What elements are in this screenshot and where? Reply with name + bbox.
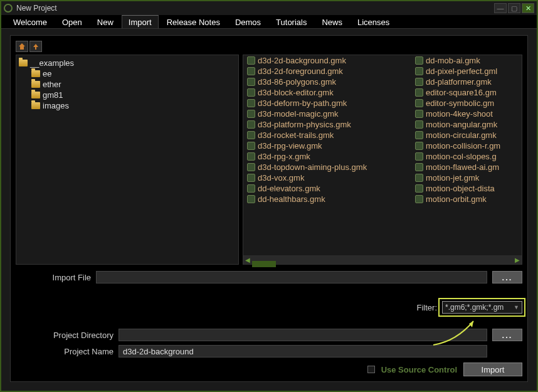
minimize-button[interactable]: — <box>494 3 507 13</box>
file-item[interactable]: d3d-vox.gmk <box>243 172 411 183</box>
scroll-left-icon[interactable]: ◀ <box>243 255 252 264</box>
file-item[interactable]: motion-flawed-ai.gm <box>411 162 504 172</box>
file-name: motion-flawed-ai.gm <box>426 162 499 172</box>
file-item[interactable]: editor-square16.gm <box>411 87 504 98</box>
tab-release-notes[interactable]: Release Notes <box>160 15 227 28</box>
file-item[interactable]: motion-circular.gmk <box>411 130 504 140</box>
file-list-hscroll[interactable]: ◀ ▶ <box>243 255 522 264</box>
file-item[interactable]: motion-orbit.gmk <box>411 194 504 204</box>
gmk-file-icon <box>247 184 255 193</box>
file-item[interactable]: d3d-topdown-aiming-plus.gmk <box>243 162 411 172</box>
tree-label: gm81 <box>43 90 63 100</box>
gmk-file-icon <box>415 131 423 139</box>
tab-licenses[interactable]: Licenses <box>351 15 396 28</box>
tab-new[interactable]: New <box>90 15 120 28</box>
tree-item[interactable]: ee <box>19 68 236 79</box>
gmk-file-icon <box>415 174 423 182</box>
file-item[interactable]: motion-angular.gmk <box>411 119 504 130</box>
maximize-button[interactable]: ▢ <box>508 3 520 13</box>
file-name: motion-4key-shoot <box>426 109 493 119</box>
tree-root[interactable]: __examples <box>19 58 236 68</box>
file-item[interactable]: dd-pixel-perfect.gml <box>411 66 504 77</box>
tab-tutorials[interactable]: Tutorials <box>269 15 314 28</box>
file-item[interactable]: d3d-rpg-view.gmk <box>243 140 411 151</box>
tab-import[interactable]: Import <box>122 15 159 28</box>
gmk-file-icon <box>415 184 423 193</box>
folder-tree[interactable]: __examples ee ether gm81 images <box>16 55 239 265</box>
gmk-file-icon <box>415 78 423 86</box>
gmk-file-icon <box>415 88 423 97</box>
gmk-file-icon <box>247 78 255 86</box>
gmk-file-icon <box>247 56 255 65</box>
tab-demos[interactable]: Demos <box>228 15 268 28</box>
file-item[interactable]: motion-jet.gmk <box>411 172 504 183</box>
filter-combo[interactable]: *.gm6;*.gmk;*.gm ▼ <box>442 301 522 314</box>
gmk-file-icon <box>247 163 255 171</box>
folder-icon <box>19 60 28 66</box>
file-name: d3d-topdown-aiming-plus.gmk <box>258 162 367 172</box>
folder-icon <box>31 70 40 77</box>
up-button[interactable] <box>29 41 42 52</box>
tree-item[interactable]: images <box>19 100 236 111</box>
file-item[interactable]: motion-col-slopes.g <box>411 151 504 162</box>
project-dir-browse-button[interactable]: ... <box>492 329 522 341</box>
folder-icon <box>31 92 40 98</box>
file-name: d3d-block-editor.gmk <box>258 88 334 97</box>
gmk-file-icon <box>247 195 255 203</box>
tree-label: ee <box>43 69 51 78</box>
gmk-file-icon <box>415 152 423 161</box>
tree-label: ether <box>43 80 61 89</box>
tree-label: __examples <box>30 58 74 68</box>
gmk-file-icon <box>247 131 255 139</box>
file-item[interactable]: d3d-rocket-trails.gmk <box>243 130 411 140</box>
file-item[interactable]: dd-mob-ai.gmk <box>411 55 504 66</box>
file-item[interactable]: motion-collision-r.gm <box>411 140 504 151</box>
file-item[interactable]: motion-object-dista <box>411 183 504 194</box>
use-source-control-label: Use Source Control <box>381 365 457 374</box>
folder-icon <box>31 102 40 109</box>
tree-item[interactable]: ether <box>19 79 236 90</box>
gmk-file-icon <box>247 142 255 150</box>
tree-item[interactable]: gm81 <box>19 90 236 100</box>
file-item[interactable]: dd-elevators.gmk <box>243 183 411 194</box>
file-item[interactable]: d3d-2d-foreground.gmk <box>243 66 411 77</box>
file-name: d3d-model-magic.gmk <box>258 109 339 119</box>
import-file-input[interactable] <box>96 271 487 283</box>
gmk-file-icon <box>247 110 255 118</box>
file-item[interactable]: dd-healthbars.gmk <box>243 194 411 204</box>
scroll-right-icon[interactable]: ▶ <box>513 255 522 264</box>
use-source-control-checkbox[interactable] <box>367 366 375 373</box>
gmk-file-icon <box>247 99 255 107</box>
gmk-file-icon <box>415 195 423 203</box>
file-list[interactable]: d3d-2d-background.gmkd3d-2d-foreground.g… <box>243 55 522 255</box>
file-item[interactable]: d3d-deform-by-path.gmk <box>243 98 411 109</box>
file-item[interactable]: d3d-platform-physics.gmk <box>243 119 411 130</box>
home-button[interactable] <box>16 41 28 52</box>
file-item[interactable]: d3d-block-editor.gmk <box>243 87 411 98</box>
file-name: dd-elevators.gmk <box>258 184 320 193</box>
project-name-input[interactable] <box>119 345 487 358</box>
file-item[interactable]: dd-platformer.gmk <box>411 77 504 87</box>
project-dir-input[interactable] <box>119 329 487 341</box>
file-name: motion-col-slopes.g <box>426 152 497 161</box>
gmk-file-icon <box>415 120 423 129</box>
tab-open[interactable]: Open <box>55 15 89 28</box>
file-name: d3d-deform-by-path.gmk <box>258 98 347 108</box>
file-item[interactable]: d3d-model-magic.gmk <box>243 109 411 119</box>
file-item[interactable]: d3d-rpg-x.gmk <box>243 151 411 162</box>
file-name: d3d-vox.gmk <box>258 173 304 183</box>
file-item[interactable]: d3d-2d-background.gmk <box>243 55 411 66</box>
scroll-thumb[interactable] <box>252 261 276 267</box>
file-item[interactable]: d3d-86-polygons.gmk <box>243 77 411 87</box>
file-name: motion-collision-r.gm <box>426 141 500 151</box>
new-project-window: New Project — ▢ ✕ Welcome Open New Impor… <box>0 0 538 392</box>
file-item[interactable]: motion-4key-shoot <box>411 109 504 119</box>
tab-welcome[interactable]: Welcome <box>6 15 54 28</box>
close-button[interactable]: ✕ <box>522 3 534 13</box>
tab-news[interactable]: News <box>315 15 349 28</box>
import-file-browse-button[interactable]: ... <box>492 271 522 283</box>
import-button[interactable]: Import <box>463 363 522 376</box>
gmk-file-icon <box>415 99 423 107</box>
project-dir-label: Project Directory <box>16 331 113 340</box>
file-item[interactable]: editor-symbolic.gm <box>411 98 504 109</box>
